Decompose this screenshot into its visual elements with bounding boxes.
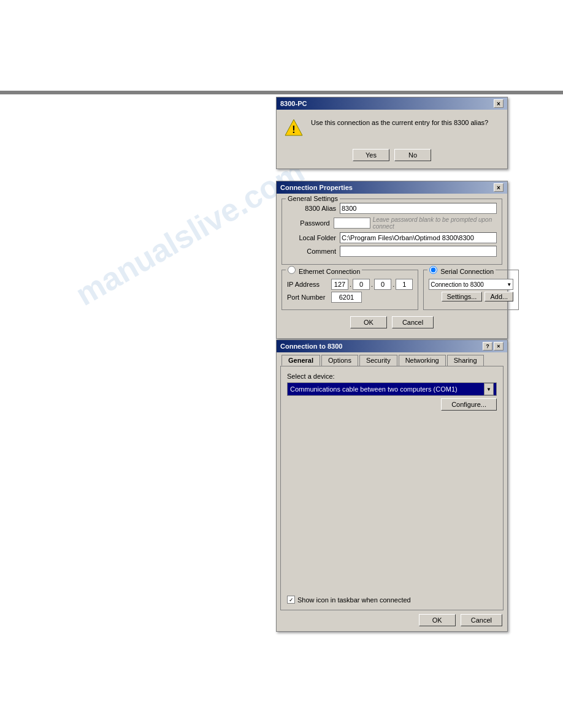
password-input[interactable] [334, 218, 370, 229]
dialog-conn8300: Connection to 8300 ? × General Options S… [276, 339, 508, 632]
conn8300-ok-button[interactable]: OK [419, 614, 456, 626]
ethernet-group: Ethernet Connection IP Address . . . [282, 270, 418, 310]
serial-radio[interactable] [429, 266, 437, 274]
serial-group-label: Serial Connection [427, 266, 496, 275]
password-hint: Leave password blank to be prompted upon… [373, 216, 497, 230]
conn8300-buttons: OK Cancel [277, 610, 507, 631]
ip-part-4[interactable] [396, 279, 413, 290]
dialog-connection-properties: Connection Properties × General Settings… [276, 181, 508, 339]
conn8300-cancel-button[interactable]: Cancel [461, 614, 502, 626]
connprop-cancel-button[interactable]: Cancel [392, 316, 434, 328]
show-taskbar-label: Show icon in taskbar when connected [297, 596, 411, 604]
ethernet-group-label: Ethernet Connection [286, 266, 362, 275]
dialog-connprop-title: Connection Properties [280, 184, 353, 191]
general-settings-label: General Settings [286, 195, 340, 202]
port-label: Port Number [287, 294, 331, 301]
localfolder-input[interactable] [340, 232, 497, 243]
dialog-connprop-close[interactable]: × [494, 183, 504, 192]
tab-general[interactable]: General [282, 355, 320, 366]
dialog-conn8300-titlebar: Connection to 8300 ? × [277, 340, 507, 352]
dialog-conn8300-close[interactable]: × [494, 342, 504, 351]
yes-button[interactable]: Yes [353, 149, 389, 161]
tab-options[interactable]: Options [321, 355, 358, 366]
dialog-8300pc: 8300-PC × ! Use this connection as the c… [276, 97, 508, 169]
dialog-8300pc-title: 8300-PC [280, 100, 307, 107]
general-settings-group: General Settings 8300 Alias Password Lea… [282, 199, 502, 265]
tab-security[interactable]: Security [359, 355, 397, 366]
comment-row: Comment [287, 246, 497, 257]
dialog-8300pc-message: Use this connection as the current entry… [311, 118, 488, 127]
ip-inputs: . . . [331, 279, 413, 290]
ip-part-3[interactable] [374, 279, 391, 290]
ip-part-2[interactable] [353, 279, 370, 290]
connprop-buttons: OK Cancel [282, 314, 502, 333]
ip-row: IP Address . . . [287, 279, 413, 290]
serial-group: Serial Connection Connection to 8300 ▼ S… [423, 270, 519, 310]
tab-sharing[interactable]: Sharing [447, 355, 484, 366]
serial-dropdown-arrow: ▼ [507, 282, 511, 287]
dialog-connprop-content: General Settings 8300 Alias Password Lea… [277, 194, 507, 338]
warning-icon: ! [284, 118, 304, 138]
ethernet-radio[interactable] [288, 266, 296, 274]
tabs-bar: General Options Security Networking Shar… [277, 352, 507, 366]
help-button[interactable]: ? [483, 342, 492, 351]
dialog-8300pc-content: ! Use this connection as the current ent… [277, 110, 507, 145]
ip-part-1[interactable] [331, 279, 348, 290]
device-dropdown[interactable]: Communications cable between two compute… [287, 382, 497, 396]
dialog-8300pc-titlebar: 8300-PC × [277, 97, 507, 110]
show-taskbar-checkbox[interactable]: ✓ [287, 596, 295, 604]
comment-input[interactable] [340, 246, 497, 257]
serial-buttons: Settings... Add... [429, 292, 513, 301]
password-label: Password [287, 219, 330, 227]
title-bar-right: ? × [483, 342, 504, 351]
connprop-ok-button[interactable]: OK [350, 316, 387, 328]
alias-row: 8300 Alias [287, 203, 497, 214]
localfolder-label: Local Folder [287, 234, 336, 241]
configure-btn-row: Configure... [287, 398, 497, 411]
alias-label: 8300 Alias [287, 205, 336, 212]
no-button[interactable]: No [394, 149, 431, 161]
device-dropdown-value: Communications cable between two compute… [290, 385, 458, 393]
top-bar [0, 91, 563, 94]
ip-label: IP Address [287, 281, 331, 288]
add-button[interactable]: Add... [484, 292, 513, 301]
dialog-8300pc-close[interactable]: × [494, 99, 504, 108]
password-row: Password Leave password blank to be prom… [287, 216, 497, 230]
svg-text:!: ! [292, 124, 295, 135]
watermark: manualslive.com [69, 153, 310, 313]
tab-content-general: Select a device: Communications cable be… [280, 366, 504, 610]
port-input[interactable] [331, 292, 362, 303]
select-device-label: Select a device: [287, 373, 497, 380]
tab-networking[interactable]: Networking [399, 355, 446, 366]
serial-dropdown[interactable]: Connection to 8300 ▼ [429, 279, 513, 290]
dialog-conn8300-title: Connection to 8300 [280, 343, 342, 350]
alias-input[interactable] [340, 203, 497, 214]
settings-button[interactable]: Settings... [442, 292, 483, 301]
port-row: Port Number [287, 292, 413, 303]
device-dropdown-arrow: ▼ [484, 383, 494, 395]
device-content-area [287, 414, 497, 592]
connection-type-groups: Ethernet Connection IP Address . . . [282, 270, 502, 310]
show-taskbar-row: ✓ Show icon in taskbar when connected [287, 596, 497, 604]
configure-button[interactable]: Configure... [441, 398, 497, 411]
localfolder-row: Local Folder [287, 232, 497, 243]
dialog-connprop-titlebar: Connection Properties × [277, 181, 507, 194]
dialog-8300pc-buttons: Yes No [277, 145, 507, 169]
serial-dropdown-row: Connection to 8300 ▼ [429, 279, 513, 290]
comment-label: Comment [287, 248, 336, 255]
